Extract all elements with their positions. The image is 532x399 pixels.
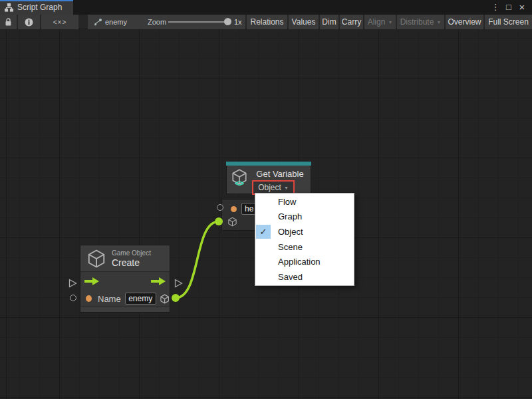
window-controls: ⋮ □ × <box>491 0 532 15</box>
create-node-title: Create <box>112 257 151 268</box>
chevron-down-icon: ▼ <box>284 186 289 190</box>
variable-object-port[interactable] <box>227 217 237 227</box>
zoom-value: 1x <box>234 18 242 26</box>
name-port-label: Name <box>98 294 121 304</box>
name-input-field[interactable]: enemy <box>125 293 156 305</box>
tab-bar: Script Graph ⋮ □ × <box>0 0 532 15</box>
tab-title: Script Graph <box>17 3 62 12</box>
zoom-label: Zoom <box>148 18 166 26</box>
menu-item-object[interactable]: ✓ Object <box>256 224 353 239</box>
menu-item-application[interactable]: ✓ Application <box>256 254 353 269</box>
script-graph-window: Script Graph ⋮ □ × <×> <box>0 0 532 399</box>
zoom-slider-track[interactable] <box>168 21 229 23</box>
check-icon: ✓ <box>256 209 271 223</box>
maximize-icon[interactable]: □ <box>504 0 513 15</box>
name-input-port[interactable] <box>86 295 92 302</box>
create-node-header: Game Object Create <box>80 245 170 272</box>
distribute-label: Distribute <box>400 17 434 27</box>
variable-brackets-icon: <> <box>235 178 243 188</box>
external-variable-name-circle[interactable] <box>217 204 223 211</box>
info-button[interactable] <box>18 15 40 29</box>
menu-item-scene[interactable]: ✓ Scene <box>256 239 353 255</box>
lock-button[interactable] <box>0 15 17 29</box>
game-object-cube-icon <box>86 249 106 269</box>
check-icon: ✓ <box>256 270 271 284</box>
flow-input-port[interactable] <box>84 277 99 285</box>
info-icon <box>25 18 33 27</box>
graph-breadcrumb-icon <box>93 18 102 27</box>
menu-item-saved[interactable]: ✓ Saved <box>256 269 353 285</box>
tab-script-graph[interactable]: Script Graph <box>0 0 73 15</box>
graph-hierarchy-icon <box>5 3 13 12</box>
create-node-footer <box>80 307 170 312</box>
variable-kind-value: Object <box>258 183 281 192</box>
external-name-input-circle[interactable] <box>70 295 76 301</box>
align-button[interactable]: Align ▼ <box>364 15 396 29</box>
external-flow-output-triangle[interactable] <box>174 279 183 288</box>
distribute-button[interactable]: Distribute ▼ <box>397 15 444 29</box>
graph-toolbar: <×> enemy Zoom 1x Relations Values Dim C… <box>0 15 532 29</box>
variable-scope-menu: ✓ Flow ✓ Graph ✓ Object ✓ Scene ✓ Applic… <box>255 193 354 286</box>
code-view-button[interactable]: <×> <box>41 15 78 29</box>
carry-button[interactable]: Carry <box>340 15 363 29</box>
graph-breadcrumb-label[interactable]: enemy <box>105 18 127 26</box>
overview-button[interactable]: Overview <box>446 15 483 29</box>
lock-icon <box>5 18 12 27</box>
check-icon: ✓ <box>256 255 271 269</box>
zoom-slider-handle[interactable] <box>224 18 231 25</box>
check-icon: ✓ <box>256 225 271 239</box>
variable-accent-bar <box>226 162 311 166</box>
external-flow-input-triangle[interactable] <box>68 279 77 288</box>
get-variable-node[interactable]: <> Get Variable Object ▼ <box>226 162 311 194</box>
wire-end-dot[interactable] <box>215 217 223 225</box>
window-menu-icon[interactable]: ⋮ <box>491 0 500 15</box>
create-node-category: Game Object <box>112 249 151 257</box>
chevron-down-icon: ▼ <box>388 20 392 25</box>
check-icon: ✓ <box>256 195 271 209</box>
tab-accent-line <box>0 0 73 1</box>
check-icon: ✓ <box>256 240 271 254</box>
create-node[interactable]: Game Object Create Name enemy <box>80 245 170 313</box>
flow-output-port[interactable] <box>151 277 166 285</box>
chevron-down-icon: ▼ <box>436 20 441 25</box>
fullscreen-button[interactable]: Full Screen <box>485 15 532 29</box>
zoom-breadcrumb-cell: enemy Zoom 1x <box>88 15 245 29</box>
wire-start-dot[interactable] <box>172 294 180 302</box>
get-variable-title: Get Variable <box>251 169 309 179</box>
menu-item-flow[interactable]: ✓ Flow <box>256 194 353 209</box>
values-button[interactable]: Values <box>289 15 319 29</box>
close-icon[interactable]: × <box>517 0 527 15</box>
align-label: Align <box>368 17 386 27</box>
gameobject-output-port[interactable] <box>160 293 170 305</box>
relations-button[interactable]: Relations <box>247 15 287 29</box>
dim-button[interactable]: Dim <box>320 15 338 29</box>
variable-name-port[interactable] <box>231 206 237 212</box>
graph-canvas[interactable]: Game Object Create Name enemy <box>0 29 532 399</box>
menu-item-graph[interactable]: ✓ Graph <box>256 209 353 225</box>
